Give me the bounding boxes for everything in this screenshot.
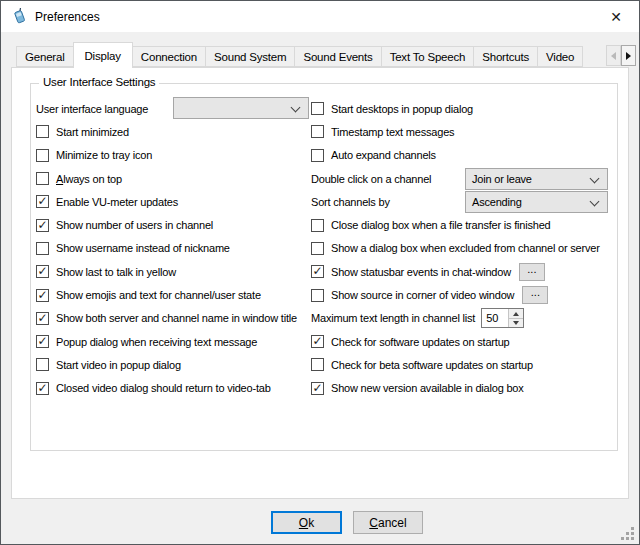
- window-title: Preferences: [35, 10, 100, 24]
- checkbox-timestamp-messages[interactable]: ✓ Timestamp text messages: [311, 120, 608, 143]
- right-column: ✓ Start desktops in popup dialog ✓ Times…: [311, 97, 608, 400]
- spinner-buttons: [508, 309, 523, 327]
- video-source-more-button[interactable]: ...: [522, 286, 548, 304]
- double-click-value: Join or leave: [472, 173, 532, 185]
- double-click-combobox[interactable]: Join or leave: [465, 168, 608, 190]
- checkbox-close-filetransfer[interactable]: ✓ Close dialog box when a file transfer …: [311, 213, 608, 236]
- max-text-length-row: Maximum text length in channel list 50: [311, 307, 608, 330]
- checkbox-beta-updates[interactable]: ✓ Check for beta software updates on sta…: [311, 353, 608, 376]
- checkbox-software-updates[interactable]: ✓ Check for software updates on startup: [311, 330, 608, 353]
- language-label: User interface language: [36, 103, 148, 115]
- checkbox-always-on-top[interactable]: ✓ Always on top: [36, 167, 316, 190]
- tab-sound-events[interactable]: Sound Events: [294, 46, 381, 67]
- checkbox-label: Show number of users in channel: [56, 219, 213, 231]
- close-icon: ✕: [610, 9, 622, 25]
- checkbox-video-popup[interactable]: ✓ Start video in popup dialog: [36, 353, 316, 376]
- checkbox-statusbar-events[interactable]: ✓ Show statusbar events in chat-window .…: [311, 260, 608, 283]
- checkbox-box: ✓: [311, 125, 324, 138]
- spinner-value: 50: [482, 309, 508, 327]
- checkbox-box: ✓: [311, 242, 324, 255]
- sort-channels-row: Sort channels by Ascending: [311, 190, 608, 213]
- tab-text-to-speech[interactable]: Text To Speech: [381, 46, 475, 67]
- checkbox-last-to-talk[interactable]: ✓ Show last to talk in yellow: [36, 260, 316, 283]
- resize-grip[interactable]: [620, 526, 634, 540]
- checkbox-new-version-dialog[interactable]: ✓ Show new version available in dialog b…: [311, 377, 608, 400]
- checkbox-username-instead-nickname[interactable]: ✓ Show username instead of nickname: [36, 237, 316, 260]
- check-icon: ✓: [312, 266, 322, 276]
- arrow-up-icon: [513, 312, 519, 316]
- checkbox-label: Show source in corner of video window: [331, 289, 514, 301]
- checkbox-box: ✓: [36, 289, 49, 302]
- check-icon: ✓: [312, 383, 322, 393]
- check-icon: ✓: [312, 336, 322, 346]
- ok-button[interactable]: Ok: [271, 511, 342, 534]
- language-combobox[interactable]: [173, 97, 309, 119]
- sort-channels-label: Sort channels by: [311, 196, 390, 208]
- tab-sound-system[interactable]: Sound System: [205, 46, 295, 67]
- checkbox-box: ✓: [36, 219, 49, 232]
- checkbox-start-minimized[interactable]: ✓ Start minimized: [36, 120, 316, 143]
- checkbox-start-desktops-popup[interactable]: ✓ Start desktops in popup dialog: [311, 97, 608, 120]
- max-text-length-spinner[interactable]: 50: [481, 308, 524, 328]
- checkbox-label: Enable VU-meter updates: [56, 196, 178, 208]
- checkbox-excluded-dialog[interactable]: ✓ Show a dialog box when excluded from c…: [311, 237, 608, 260]
- double-click-label: Double click on a channel: [311, 173, 431, 185]
- cancel-button[interactable]: Cancel: [353, 511, 423, 534]
- checkbox-show-user-count[interactable]: ✓ Show number of users in channel: [36, 213, 316, 236]
- max-text-length-label: Maximum text length in channel list: [311, 312, 475, 324]
- tab-scroll-right-button[interactable]: [621, 45, 636, 66]
- group-title: User Interface Settings: [39, 76, 159, 88]
- sort-channels-value: Ascending: [472, 196, 522, 208]
- spinner-up-button[interactable]: [509, 309, 523, 319]
- tab-bar: General Display Connection Sound System …: [16, 42, 610, 68]
- checkbox-box: ✓: [311, 289, 324, 302]
- tab-scroll-buttons: [606, 45, 636, 66]
- titlebar: Preferences ✕: [1, 1, 639, 32]
- check-icon: ✓: [37, 290, 47, 300]
- checkbox-box: ✓: [311, 102, 324, 115]
- checkbox-label: Always on top: [56, 173, 122, 185]
- checkbox-label: Show last to talk in yellow: [56, 266, 176, 278]
- checkbox-auto-expand-channels[interactable]: ✓ Auto expand channels: [311, 144, 608, 167]
- tab-display[interactable]: Display: [73, 42, 133, 68]
- checkbox-closed-video-return[interactable]: ✓ Closed video dialog should return to v…: [36, 377, 316, 400]
- tab-scroll-left-button[interactable]: [606, 45, 621, 66]
- tab-connection[interactable]: Connection: [132, 46, 206, 67]
- checkbox-video-source-corner[interactable]: ✓ Show source in corner of video window …: [311, 283, 608, 306]
- checkbox-minimize-to-tray[interactable]: ✓ Minimize to tray icon: [36, 144, 316, 167]
- user-interface-settings-group: User Interface Settings User interface l…: [30, 83, 618, 451]
- sort-channels-combobox[interactable]: Ascending: [465, 191, 608, 213]
- checkbox-box: ✓: [36, 195, 49, 208]
- tab-video[interactable]: Video: [537, 46, 583, 67]
- checkbox-box: ✓: [311, 382, 324, 395]
- checkbox-box: ✓: [36, 335, 49, 348]
- tab-scroll-right-icon: [626, 52, 631, 60]
- checkbox-label: Auto expand channels: [331, 149, 436, 161]
- checkbox-popup-text-message[interactable]: ✓ Popup dialog when receiving text messa…: [36, 330, 316, 353]
- checkbox-emojis-text-state[interactable]: ✓ Show emojis and text for channel/user …: [36, 283, 316, 306]
- check-icon: ✓: [37, 313, 47, 323]
- checkbox-label: Show a dialog box when excluded from cha…: [331, 242, 600, 254]
- preferences-dialog: Preferences ✕ General Display Connection…: [0, 0, 640, 545]
- check-icon: ✓: [37, 383, 47, 393]
- statusbar-events-more-button[interactable]: ...: [519, 263, 545, 281]
- checkbox-label: Show username instead of nickname: [56, 242, 230, 254]
- spinner-down-button[interactable]: [509, 319, 523, 328]
- double-click-row: Double click on a channel Join or leave: [311, 167, 608, 190]
- tab-general[interactable]: General: [16, 46, 74, 67]
- close-button[interactable]: ✕: [593, 1, 639, 32]
- display-tab-page: User Interface Settings User interface l…: [11, 67, 629, 499]
- checkbox-vu-meter[interactable]: ✓ Enable VU-meter updates: [36, 190, 316, 213]
- checkbox-label: Show new version available in dialog box: [331, 382, 524, 394]
- check-icon: ✓: [37, 266, 47, 276]
- checkbox-box: ✓: [36, 382, 49, 395]
- chevron-down-icon: [590, 173, 600, 183]
- tab-shortcuts[interactable]: Shortcuts: [473, 46, 538, 67]
- checkbox-box: ✓: [311, 335, 324, 348]
- check-icon: ✓: [37, 220, 47, 230]
- checkbox-server-channel-title[interactable]: ✓ Show both server and channel name in w…: [36, 307, 316, 330]
- checkbox-label: Start desktops in popup dialog: [331, 103, 473, 115]
- checkbox-label: Close dialog box when a file transfer is…: [331, 219, 551, 231]
- checkbox-label: Popup dialog when receiving text message: [56, 336, 257, 348]
- checkbox-label: Check for beta software updates on start…: [331, 359, 533, 371]
